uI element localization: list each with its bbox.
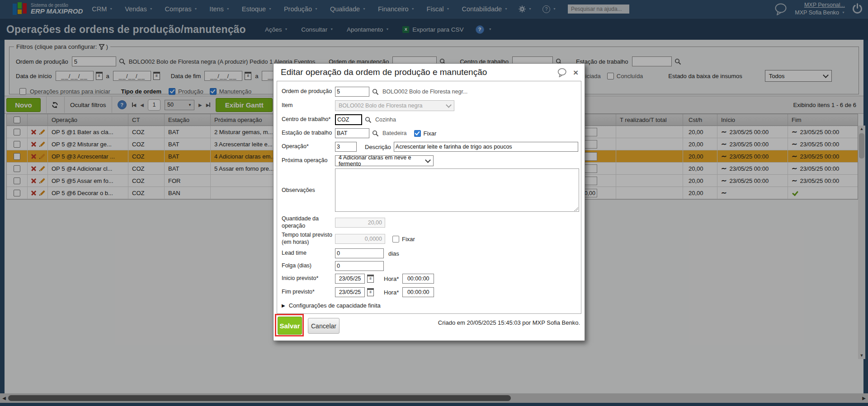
m-operacao-input[interactable] <box>335 142 357 152</box>
m-item-label: Item <box>282 102 335 109</box>
search-icon[interactable] <box>372 89 379 95</box>
cancelar-button[interactable]: Cancelar <box>308 318 340 334</box>
m-quantidade-label: Quantidade da operação <box>282 215 335 229</box>
chevron-down-icon <box>446 102 452 108</box>
m-inicio-date-input[interactable] <box>335 274 365 284</box>
m-estacao-label: Estação de trabalho <box>282 130 335 137</box>
config-capacidade-toggle[interactable]: ▶ Configurações de capacidade finita <box>282 301 578 310</box>
m-folga-label: Folga (dias) <box>282 262 335 270</box>
m-leadtime-label: Lead time <box>282 250 335 257</box>
m-fim-hora-input[interactable] <box>402 287 434 297</box>
modal-title: Editar operação da ordem de produção e m… <box>281 67 487 77</box>
m-centro-input[interactable] <box>335 114 362 125</box>
chevron-down-icon <box>425 157 431 163</box>
m-inicio-hora-input[interactable] <box>402 274 434 284</box>
m-hora-label: Hora* <box>384 275 399 282</box>
m-ordem-producao-info: BOLO002 Bolo de Floresta negr... <box>382 89 467 95</box>
chevron-right-icon: ▶ <box>282 303 285 308</box>
m-tempo-fixar-label: Fixar <box>402 236 415 243</box>
m-tempo-input <box>335 234 385 244</box>
m-proxima-label: Próxima operação <box>282 157 335 164</box>
m-hora-label: Hora* <box>384 289 399 296</box>
m-descricao-label: Descrição <box>365 144 391 150</box>
m-fixar-label: Fixar <box>424 130 437 137</box>
m-leadtime-suffix: dias <box>388 250 399 257</box>
m-operacao-label: Operação* <box>282 143 335 150</box>
m-inicio-label: Inicio previsto* <box>282 275 335 282</box>
m-observacoes-label: Observações <box>282 187 335 194</box>
m-centro-info: Cozinha <box>375 117 396 123</box>
calendar-icon[interactable]: 8 <box>367 275 374 283</box>
m-ordem-producao-label: Ordem de produção <box>282 88 335 95</box>
m-fim-label: Fim previsto* <box>282 289 335 296</box>
m-fixar-tempo-checkbox[interactable] <box>392 236 399 243</box>
m-folga-input[interactable] <box>335 261 384 271</box>
m-estacao-input[interactable] <box>335 128 369 138</box>
modal-body: Ordem de produção BOLO002 Bolo de Flores… <box>277 81 581 314</box>
m-centro-label: Centro de trabalho* <box>282 116 335 123</box>
m-quantidade-input <box>335 218 385 228</box>
search-icon[interactable] <box>372 130 379 137</box>
created-info: Criado em 20/05/2025 15:45:03 por MXP So… <box>438 319 580 326</box>
calendar-icon[interactable]: 8 <box>367 288 374 296</box>
m-descricao-input[interactable] <box>394 142 578 152</box>
m-leadtime-input[interactable] <box>335 248 384 258</box>
m-fim-date-input[interactable] <box>335 287 365 297</box>
m-proxima-select[interactable]: 4 Adicionar claras em neve e fermento <box>335 155 434 166</box>
m-item-select: BOLO002 Bolo de Floresta negra <box>335 100 454 111</box>
salvar-button[interactable]: Salvar <box>278 317 302 335</box>
m-ordem-producao-input[interactable] <box>335 87 369 97</box>
search-icon[interactable] <box>365 117 372 123</box>
m-fixar-estacao-checkbox[interactable] <box>414 130 421 137</box>
close-icon[interactable]: × <box>573 68 578 77</box>
m-estacao-info: Batedeira <box>382 130 407 136</box>
edit-operation-modal: Editar operação da ordem de produção e m… <box>273 63 585 341</box>
m-observacoes-textarea[interactable] <box>335 168 579 212</box>
m-tempo-label: Tempo total previsto (em horas) <box>282 232 335 246</box>
chat-bubble-icon[interactable] <box>557 68 568 77</box>
